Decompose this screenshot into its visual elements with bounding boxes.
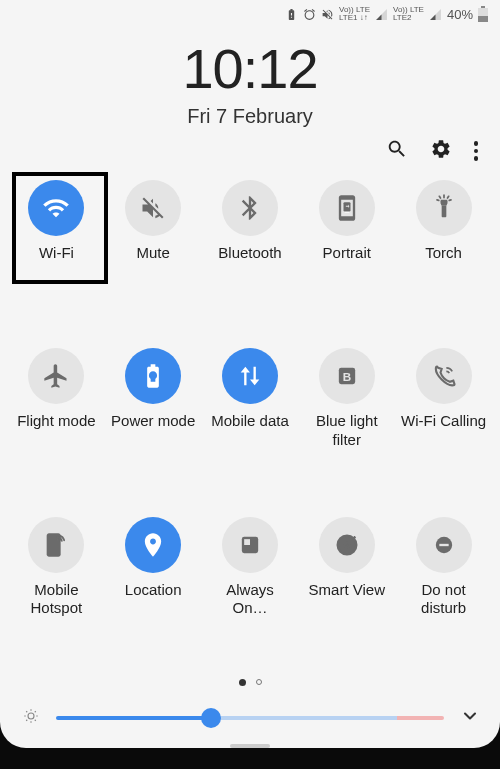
portrait-icon [319,180,375,236]
tile-mute[interactable]: Mute [105,174,202,336]
wificalling-icon [416,348,472,404]
tile-label: Portrait [323,244,371,263]
tile-label: Smart View [309,581,385,600]
tile-label: Torch [425,244,462,263]
tile-label: Blue light filter [304,412,390,450]
torch-icon [416,180,472,236]
bluetooth-icon [222,180,278,236]
svg-rect-12 [439,543,448,545]
airplane-icon [28,348,84,404]
tile-label: Power mode [111,412,195,431]
settings-icon[interactable] [430,138,452,164]
brightness-slider[interactable] [56,708,444,728]
page-dot-active [239,679,246,686]
sim1-text: Vo)) LTELTE1 ↓↑ [339,6,370,22]
data-arrows-icon [222,348,278,404]
mute-icon [125,180,181,236]
signal2-icon [429,8,442,21]
slider-thumb[interactable] [201,708,221,728]
tile-label: Mobile data [211,412,289,431]
tiles-grid: Wi-Fi Mute Bluetooth Portrait Torch Flig… [0,170,500,673]
header-actions [0,128,500,170]
tile-flight[interactable]: Flight mode [8,342,105,504]
clock: 10:12 [0,36,500,101]
svg-point-13 [28,713,34,719]
slider-track [56,716,444,720]
tile-label: Do not disturb [401,581,487,619]
tile-bluelight[interactable]: B Blue light filter [298,342,395,504]
signal1-icon [375,8,388,21]
brightness-row [0,696,500,740]
clock-icon [222,517,278,573]
battery-icon [478,6,488,22]
tile-bluetooth[interactable]: Bluetooth [202,174,299,336]
mute-status-icon [321,8,334,21]
tile-label: Location [125,581,182,600]
tile-portrait[interactable]: Portrait [298,174,395,336]
location-icon [125,517,181,573]
tile-wificalling[interactable]: Wi-Fi Calling [395,342,492,504]
bluelight-icon: B [319,348,375,404]
smartview-icon [319,517,375,573]
more-icon[interactable] [474,141,479,161]
tile-mobiledata[interactable]: Mobile data [202,342,299,504]
tile-wifi[interactable]: Wi-Fi [8,174,105,336]
page-indicator [0,673,500,696]
battery-alert-icon [285,8,298,21]
battery-percent: 40% [447,7,473,22]
status-bar: Vo)) LTELTE1 ↓↑ Vo)) LTELTE2 40% [0,0,500,28]
tile-label: Mute [137,244,170,263]
svg-rect-3 [343,202,350,211]
chevron-down-icon[interactable] [460,706,480,730]
power-icon [125,348,181,404]
tile-label: Wi-Fi [39,244,74,263]
tile-dnd[interactable]: Do not disturb [395,511,492,673]
drag-handle[interactable] [230,744,270,748]
tile-hotspot[interactable]: Mobile Hotspot [8,511,105,673]
svg-rect-0 [481,6,485,8]
tile-smartview[interactable]: Smart View [298,511,395,673]
tile-location[interactable]: Location [105,511,202,673]
dnd-icon [416,517,472,573]
svg-text:B: B [343,370,351,383]
sim2-text: Vo)) LTELTE2 [393,6,424,22]
tile-label: Bluetooth [218,244,281,263]
hotspot-icon [28,517,84,573]
brightness-icon [22,707,40,729]
tile-always[interactable]: Always On… [202,511,299,673]
date: Fri 7 February [0,105,500,128]
tile-label: Flight mode [17,412,95,431]
alarm-icon [303,8,316,21]
quick-settings-panel: Vo)) LTELTE1 ↓↑ Vo)) LTELTE2 40% 10:12 F… [0,0,500,748]
page-dot [256,679,262,685]
tile-label: Wi-Fi Calling [401,412,486,431]
tile-label: Always On… [207,581,293,619]
search-icon[interactable] [386,138,408,164]
svg-point-10 [344,542,349,547]
tile-power[interactable]: Power mode [105,342,202,504]
tile-label: Mobile Hotspot [13,581,99,619]
svg-rect-8 [244,539,250,545]
tile-torch[interactable]: Torch [395,174,492,336]
svg-rect-2 [478,16,488,22]
wifi-icon [28,180,84,236]
